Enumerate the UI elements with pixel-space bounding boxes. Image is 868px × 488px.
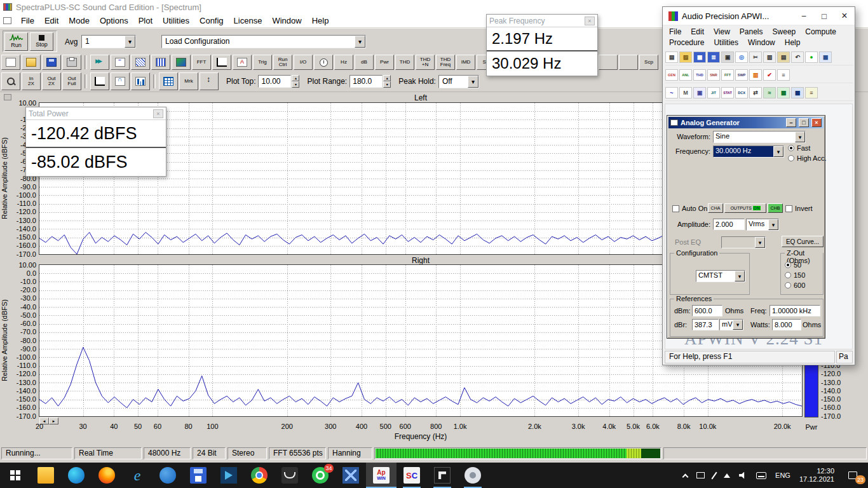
toolbutton-hz[interactable]: Hz [334,55,353,70]
toolbutton-clock[interactable] [314,55,333,70]
tray-upload-icon[interactable] [719,463,735,488]
fft-icon[interactable]: FFT [721,69,734,81]
menu-options[interactable]: Options [95,15,133,27]
mtr-icon[interactable]: M [679,87,692,98]
menu-license[interactable]: License [229,15,268,27]
toolbutton-open[interactable] [22,55,41,70]
toolbutton-curve[interactable] [111,72,130,90]
apwin-menu-window[interactable]: Window [748,38,775,47]
taskbar-chrome[interactable] [244,463,275,488]
run-button[interactable]: Run [4,32,28,51]
check-icon[interactable]: ✔ [763,69,776,81]
generator-maximize-button[interactable] [799,118,809,127]
toolbutton-run-ctrl[interactable]: Run Ctrl [273,55,292,70]
frequency-select[interactable]: 30.0000 Hz [713,146,784,158]
toolbutton-ff[interactable] [90,55,109,70]
menu-window[interactable]: Window [267,15,306,27]
tray-keyboard-icon[interactable] [752,463,771,488]
bars-icon[interactable]: ▥ [749,69,762,81]
spin-up-icon[interactable] [292,75,299,81]
spin-up-icon[interactable] [383,75,391,81]
generator-minimize-button[interactable] [786,118,796,127]
tray-display-icon[interactable] [692,463,709,488]
go-icon[interactable]: ● [805,51,818,63]
panel-icon[interactable]: ▦ [819,51,832,63]
chevron-down-icon[interactable] [125,36,135,48]
menu-edit[interactable]: Edit [39,15,64,27]
channel-b-button[interactable]: CHB [768,203,783,213]
total-power-panel[interactable]: Total Power -120.42 dBFS -85.02 dBFS [25,107,166,177]
paste-icon[interactable]: ▤ [777,51,790,63]
apwin-menu-sweep[interactable]: Sweep [773,27,796,36]
folder-icon[interactable]: ▨ [679,51,692,63]
dbr-input[interactable]: 387.3 [692,319,719,330]
dbm-input[interactable]: 600.0 [692,305,722,316]
taskbar-app-blue-tile[interactable] [336,463,366,488]
gen-icon[interactable]: GEN [665,69,678,81]
waveform-select[interactable]: Sine [713,131,806,143]
peak-frequency-titlebar[interactable]: Peak Frequency [487,15,597,27]
menu-utilities[interactable]: Utilities [158,15,194,27]
plot-top-spinner[interactable] [292,75,299,88]
menu-plot[interactable]: Plot [133,15,158,27]
auto-on-checkbox[interactable]: Auto On [672,205,707,212]
menu-help[interactable]: Help [307,15,334,27]
apwin-window[interactable]: Audio Precision APWI... FileEditViewPane… [662,6,855,365]
close-icon[interactable] [585,17,595,25]
invert-checkbox[interactable]: Invert [785,205,813,212]
toolbutton-thd-n[interactable]: THD +N [416,55,435,70]
pnl2-icon[interactable]: ▦ [791,87,804,98]
cut-icon[interactable]: ✂ [749,51,762,63]
stop-button[interactable]: Stop [30,32,53,51]
toolbutton-out-full[interactable]: Out Full [62,72,81,90]
chevron-down-icon[interactable] [768,219,778,230]
print-icon[interactable]: ▣ [721,51,734,63]
mix-icon[interactable]: ⇄ [749,87,762,98]
tray-volume-icon[interactable] [735,463,752,488]
tray-chevron-up-icon[interactable] [679,463,692,488]
amplitude-input[interactable]: 2.000 [713,219,745,230]
z-out-150-radio[interactable]: 150 [785,271,805,279]
eq-curve-button[interactable]: EQ Curve... [782,236,824,247]
snr-icon[interactable]: SNR [707,69,720,81]
analog-generator-titlebar[interactable]: Analog Generator [668,117,824,128]
apwin-menu-procedure[interactable]: Procedure [669,38,704,47]
apwin-menu-help[interactable]: Help [785,38,801,47]
mon-icon[interactable]: ▣ [693,87,706,98]
peak-hold-select[interactable]: Off [438,75,479,88]
channel-a-button[interactable]: CHA [708,203,723,213]
watts-input[interactable]: 8.000 [772,319,801,330]
toolbutton-in-2x[interactable]: In 2X [22,72,41,90]
saveall-icon[interactable]: ≣ [707,51,720,63]
toolbutton-grid[interactable] [159,72,178,90]
apwin-menu-file[interactable]: File [669,27,681,36]
taskbar-internet-explorer[interactable] [122,463,153,488]
apwin-menu-utilities[interactable]: Utilities [714,38,738,47]
thd-icon[interactable]: THD [693,69,706,81]
save-icon[interactable]: ▦ [693,51,706,63]
high-acc-radio[interactable]: High Acc. [788,154,826,162]
menu-mode[interactable]: Mode [64,15,95,27]
action-center-button[interactable]: 23 [839,463,867,488]
toolbutton-out-2x[interactable]: Out 2X [42,72,61,90]
taskbar-firefox[interactable] [92,463,122,488]
taskbar-app-floppy[interactable] [183,463,214,488]
toolbutton-surface[interactable] [172,55,191,70]
load-configuration-select[interactable]: Load Configuration [161,35,366,48]
toolbutton-imd[interactable]: IMD [456,55,475,70]
fast-radio[interactable]: Fast [788,144,810,152]
taskbar-edge[interactable] [61,463,92,488]
ref-freq-input[interactable]: 1.00000 kHz [770,305,820,316]
lst-icon[interactable]: ≡ [805,87,818,98]
close-button[interactable] [834,7,855,25]
copy-icon[interactable]: ▥ [763,51,776,63]
apwin-menu-panels[interactable]: Panels [740,27,763,36]
toolbutton-thd-freq[interactable]: THD Freq [436,55,455,70]
menu-file[interactable]: File [16,15,39,27]
chevron-down-icon[interactable] [468,76,478,88]
toolbutton-db[interactable]: dB [355,55,374,70]
anl-icon[interactable]: ANL [679,69,692,81]
jit-icon[interactable]: JIT [707,87,720,98]
plot-range-input[interactable]: 180.0 [349,75,383,88]
toolbutton-hist[interactable] [131,72,150,90]
